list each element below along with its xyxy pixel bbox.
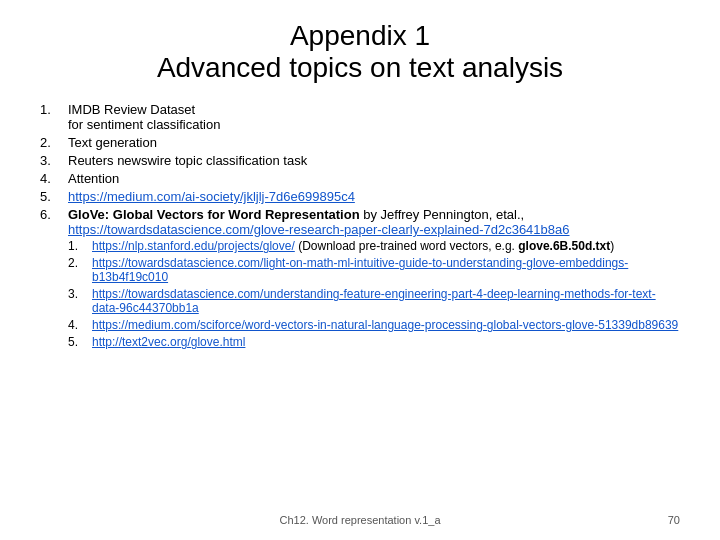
list-num: 6. [40,207,68,222]
link-text2vec[interactable]: http://text2vec.org/glove.html [92,335,245,349]
close-paren: ) [610,239,614,253]
sub-list-item: 4. https://medium.com/sciforce/word-vect… [68,318,680,332]
list-num: 1. [40,102,68,117]
list-item: 6. GloVe: Global Vectors for Word Repres… [40,207,680,352]
list-content: https://medium.com/ai-society/jkljlj-7d6… [68,189,680,204]
link-item5[interactable]: https://medium.com/ai-society/jkljlj-7d6… [68,189,355,204]
title-line1: Appendix 1 [40,20,680,52]
sub-content: http://text2vec.org/glove.html [92,335,680,349]
sub-list-item: 3. https://towardsdatascience.com/unders… [68,287,680,315]
list-item: 5. https://medium.com/ai-society/jkljlj-… [40,189,680,204]
list-content: Reuters newswire topic classification ta… [68,153,680,168]
list-item: 4. Attention [40,171,680,186]
sub-num: 2. [68,256,92,270]
list-num: 2. [40,135,68,150]
link-understanding-feature[interactable]: https://towardsdatascience.com/understan… [92,287,656,315]
footer: Ch12. Word representation v.1_a 70 [0,514,720,526]
sub-content: https://nlp.stanford.edu/projects/glove/… [92,239,680,253]
sub-content: https://medium.com/sciforce/word-vectors… [92,318,680,332]
slide: Appendix 1 Advanced topics on text analy… [0,0,720,540]
sub-list: 1. https://nlp.stanford.edu/projects/glo… [68,239,680,349]
link-glove-paper[interactable]: https://towardsdatascience.com/glove-res… [68,222,570,237]
link-light-on-math[interactable]: https://towardsdatascience.com/light-on-… [92,256,628,284]
list-content: Text generation [68,135,680,150]
sub-list-item: 1. https://nlp.stanford.edu/projects/glo… [68,239,680,253]
sub-num: 1. [68,239,92,253]
sub-content: https://towardsdatascience.com/light-on-… [92,256,680,284]
sub-list-item: 2. https://towardsdatascience.com/light-… [68,256,680,284]
file-bold: glove.6B.50d.txt [518,239,610,253]
link-sciforce-glove[interactable]: https://medium.com/sciforce/word-vectors… [92,318,678,332]
page-number: 70 [668,514,680,526]
footer-center: Ch12. Word representation v.1_a [279,514,440,526]
sub-num: 4. [68,318,92,332]
sub-list-item: 5. http://text2vec.org/glove.html [68,335,680,349]
list-num: 3. [40,153,68,168]
list-num: 5. [40,189,68,204]
title-line2: Advanced topics on text analysis [40,52,680,84]
list-content: IMDB Review Dataset for sentiment classi… [68,102,680,132]
list-item: 3. Reuters newswire topic classification… [40,153,680,168]
sentiment-text: for sentiment classification [68,117,220,132]
link-stanford-glove[interactable]: https://nlp.stanford.edu/projects/glove/ [92,239,295,253]
list-content: GloVe: Global Vectors for Word Represent… [68,207,680,352]
list-content: Attention [68,171,680,186]
sub-num: 5. [68,335,92,349]
main-list: 1. IMDB Review Dataset for sentiment cla… [40,102,680,352]
list-item: 1. IMDB Review Dataset for sentiment cla… [40,102,680,132]
sub-num: 3. [68,287,92,301]
list-item: 2. Text generation [40,135,680,150]
glove-title: GloVe: Global Vectors for Word Represent… [68,207,360,222]
title-block: Appendix 1 Advanced topics on text analy… [40,20,680,84]
list-num: 4. [40,171,68,186]
sub-content: https://towardsdatascience.com/understan… [92,287,680,315]
download-note: (Download pre-trained word vectors, e.g. [298,239,518,253]
